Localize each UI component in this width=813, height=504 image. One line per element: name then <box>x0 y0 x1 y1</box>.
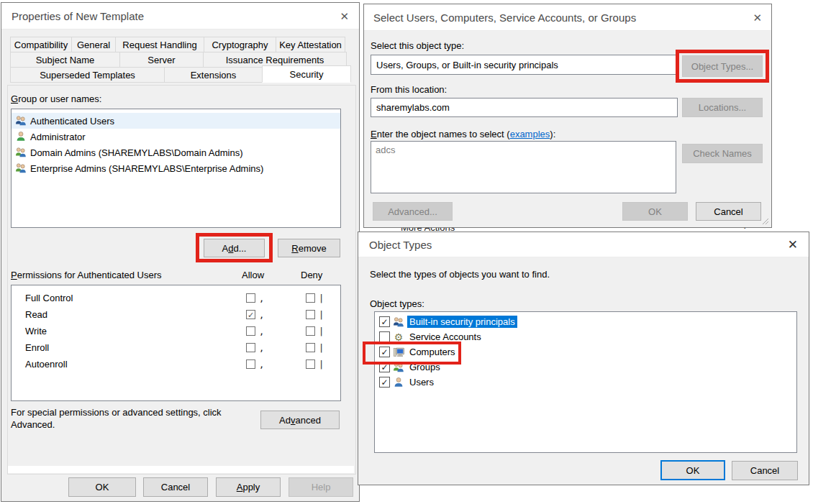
close-icon[interactable]: ✕ <box>340 11 349 22</box>
check-names-button[interactable]: Check Names <box>682 144 763 163</box>
deny-checkbox[interactable] <box>306 293 315 303</box>
allow-checkbox[interactable] <box>246 326 255 336</box>
object-names-label: Enter the object names to select (exampl… <box>371 129 555 139</box>
permission-name: Read <box>12 309 246 320</box>
tab-row-1: Compatibility General Request Handling C… <box>10 37 354 52</box>
help-button: Help <box>289 477 353 497</box>
artifact-mark: | <box>319 293 324 303</box>
object-type-checkbox[interactable]: ✓ <box>379 362 390 372</box>
object-type-checkbox[interactable]: ✓ <box>379 347 390 357</box>
object-type-checkbox[interactable]: ✓ <box>379 377 390 388</box>
permissions-list: Full Control , | Read ✓, | Write , | Enr… <box>11 285 341 401</box>
allow-checkbox[interactable]: ✓ <box>246 310 255 319</box>
ok-button[interactable]: OK <box>68 477 136 497</box>
tab-extensions[interactable]: Extensions <box>164 67 263 83</box>
deny-checkbox[interactable] <box>306 326 315 336</box>
artifact-mark: , <box>259 359 264 370</box>
screen: Properties of New Template ✕ Compatibili… <box>0 0 813 504</box>
object-type-label: Select this object type: <box>371 40 464 51</box>
object-type-label: Computers <box>407 346 458 358</box>
close-icon[interactable]: ✕ <box>753 12 762 23</box>
select-users-titlebar[interactable]: Select Users, Computers, Service Account… <box>364 4 771 31</box>
artifact-mark: | <box>319 326 324 336</box>
properties-dialog-titlebar[interactable]: Properties of New Template ✕ <box>1 3 359 29</box>
artifact-mark: | <box>319 359 324 370</box>
object-type-label: Groups <box>407 361 442 373</box>
allow-checkbox[interactable] <box>246 359 255 369</box>
object-type-label: Built-in security principals <box>407 316 517 328</box>
tab-row-2: Subject Name Server Issuance Requirement… <box>10 52 354 67</box>
advanced-button[interactable]: Advanced <box>260 411 340 429</box>
object-type-label: Users <box>407 376 436 388</box>
tab-subject-name[interactable]: Subject Name <box>10 52 120 68</box>
tab-request-handling[interactable]: Request Handling <box>115 37 204 52</box>
object-types-list-label: Object types: <box>370 298 424 309</box>
permission-name: Write <box>12 326 246 336</box>
object-type-row[interactable]: ✓ Computers <box>375 344 796 359</box>
ok-button[interactable]: OK <box>622 202 688 221</box>
cancel-button[interactable]: Cancel <box>732 461 798 480</box>
users-group-icon <box>393 362 404 373</box>
object-types-titlebar[interactable]: Object Types ✕ <box>358 232 809 257</box>
group-list-item[interactable]: Enterprise Admins (SHAREMYLABS\Enterpris… <box>12 160 340 176</box>
object-type-checkbox[interactable] <box>379 331 390 342</box>
deny-checkbox[interactable] <box>306 310 315 319</box>
permission-name: Autoenroll <box>12 359 246 370</box>
group-list-item[interactable]: Domain Admins (SHAREMYLABS\Domain Admins… <box>12 145 340 160</box>
tab-row-3: Superseded Templates Extensions Security <box>10 67 354 82</box>
group-list-item[interactable]: Authenticated Users <box>12 113 340 129</box>
select-users-title: Select Users, Computers, Service Account… <box>373 12 636 24</box>
close-icon[interactable]: ✕ <box>788 239 798 250</box>
object-type-field[interactable]: Users, Groups, or Built-in security prin… <box>371 55 678 75</box>
object-type-row[interactable]: ✓ Groups <box>375 359 796 375</box>
object-type-row[interactable]: ✓ Built-in security principals <box>375 314 796 329</box>
tab-compatibility[interactable]: Compatibility <box>10 37 72 52</box>
allow-checkbox[interactable] <box>246 293 255 303</box>
users-group-icon <box>393 316 404 328</box>
permission-row: Full Control , | <box>12 290 340 306</box>
ok-button[interactable]: OK <box>660 460 725 480</box>
allow-checkbox[interactable] <box>246 343 255 352</box>
select-users-dialog: Select Users, Computers, Service Account… <box>363 4 772 228</box>
object-type-row[interactable]: ⚙ Service Accounts <box>375 329 796 344</box>
users-group-icon <box>15 162 27 174</box>
artifact-mark: | <box>319 343 324 353</box>
add-button[interactable]: Add... <box>204 239 265 257</box>
resize-grip[interactable] <box>762 218 769 225</box>
remove-button[interactable]: Remove <box>278 239 340 257</box>
tab-general[interactable]: General <box>71 37 116 52</box>
advanced-note-line2: Advanced. <box>11 419 55 430</box>
tab-security[interactable]: Security <box>262 65 351 83</box>
deny-checkbox[interactable] <box>306 343 315 352</box>
examples-link[interactable]: examples <box>510 129 550 139</box>
permission-row: Enroll , | <box>12 339 340 356</box>
deny-column-header: Deny <box>301 270 322 280</box>
user-icon <box>15 131 27 142</box>
object-types-dialog: Object Types ✕ Select the types of objec… <box>358 232 809 485</box>
object-names-input[interactable]: adcs <box>371 141 676 193</box>
group-name: Authenticated Users <box>30 116 114 127</box>
artifact-mark: , <box>259 326 264 336</box>
object-type-checkbox[interactable]: ✓ <box>379 316 390 327</box>
deny-checkbox[interactable] <box>306 359 315 369</box>
group-name: Enterprise Admins (SHAREMYLABS\Enterpris… <box>30 163 263 174</box>
tab-superseded-templates[interactable]: Superseded Templates <box>10 67 165 83</box>
user-icon <box>393 377 404 388</box>
tab-key-attestation[interactable]: Key Attestation <box>276 37 345 52</box>
group-list-item[interactable]: Administrator <box>12 129 340 145</box>
tab-cryptography[interactable]: Cryptography <box>204 37 276 52</box>
group-list: Authenticated Users Administrator Domain… <box>11 109 341 228</box>
tab-server[interactable]: Server <box>119 52 204 68</box>
group-name: Domain Admins (SHAREMYLABS\Domain Admins… <box>30 147 243 158</box>
cancel-button[interactable]: Cancel <box>696 202 761 221</box>
permission-row: Autoenroll , | <box>12 356 340 372</box>
advanced-button[interactable]: Advanced... <box>373 202 453 221</box>
tab-strip: Compatibility General Request Handling C… <box>10 37 354 82</box>
object-types-button[interactable]: Object Types... <box>682 55 763 77</box>
object-type-row[interactable]: ✓ Users <box>375 375 796 390</box>
cancel-button[interactable]: Cancel <box>143 477 208 497</box>
apply-button[interactable]: Apply <box>216 477 281 497</box>
advanced-note-line1: For special permissions or advanced sett… <box>11 407 222 418</box>
location-field[interactable]: sharemylabs.com <box>371 98 678 117</box>
locations-button: Locations... <box>682 98 763 117</box>
